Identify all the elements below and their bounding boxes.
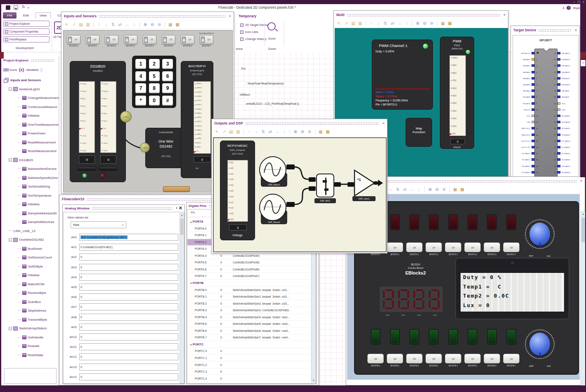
pin-pad[interactable] (532, 83, 534, 86)
tool-icon[interactable]: ▤ (350, 21, 356, 26)
scroll-thumb[interactable] (180, 218, 184, 235)
pin-pad[interactable] (558, 115, 560, 117)
tree-item[interactable]: GetSerialString (1, 182, 59, 191)
pin-pad[interactable] (558, 165, 560, 167)
tree-item[interactable]: Initialise (1, 271, 59, 280)
variables-icon[interactable]: {x} (19, 68, 24, 72)
tree-item[interactable]: GetIDByte (1, 262, 59, 271)
analog-value-field[interactable]: 0 (79, 343, 178, 350)
pin-row[interactable]: PORTC.30 (187, 369, 310, 375)
tree-item[interactable]: ChangeMeasurement (1, 94, 59, 103)
pot-knob[interactable] (525, 219, 555, 249)
tree-item[interactable]: ┄┄LINK_LINE_13 (1, 227, 59, 236)
pin-pad[interactable] (532, 140, 534, 142)
mcp47x6dac-component[interactable]: MCP47x6DAC DAC_Output1 (I2C CH1) 5.04.54… (220, 141, 255, 240)
pin-pad[interactable] (558, 96, 560, 98)
analog-value-field[interactable]: 0 (79, 254, 178, 261)
pin-pad[interactable] (532, 77, 534, 80)
pin-pad[interactable] (532, 127, 534, 129)
tool-icon[interactable]: ⇄ (117, 22, 123, 27)
tool-icon[interactable]: ↓ (103, 22, 109, 27)
tree-item[interactable]: PowerDown (1, 129, 59, 138)
view-mode-dropdown[interactable]: Raw ▼ (71, 221, 126, 228)
keypad-key-#[interactable]: # (162, 96, 173, 106)
tool-icon[interactable]: ▦ (168, 22, 173, 27)
tree-item[interactable]: Inputs and Sensors (1, 76, 59, 85)
tool-icon[interactable]: ⊕ (293, 129, 298, 134)
vertical-scrollbar[interactable]: ▲ (180, 213, 184, 383)
push-button[interactable]: Off (425, 242, 442, 252)
tree-item[interactable]: –DS18B20 (1, 156, 59, 165)
ribbon-button-project-explorer[interactable]: Project Explorer (3, 21, 50, 27)
ribbon-button-find-replace[interactable]: Find/Replace (3, 36, 50, 42)
close-icon[interactable]: × (503, 13, 506, 17)
tool-icon[interactable]: ↑ (369, 21, 374, 26)
tree-item[interactable]: ReadAll (1, 342, 59, 351)
pin-pad[interactable] (532, 64, 534, 67)
tool-icon[interactable]: ↕ (404, 21, 409, 26)
tool-icon[interactable]: ↖ (336, 21, 342, 26)
pin-pad[interactable] (558, 146, 560, 148)
minimize-button[interactable]: – (573, 0, 575, 4)
tool-icon[interactable]: ⇅ (110, 22, 116, 27)
analog-value-field[interactable]: 0 (79, 353, 178, 360)
analog-value-field[interactable]: 0 (79, 284, 178, 291)
tree-item[interactable]: ReadState (1, 351, 59, 360)
style-menu[interactable]: Style (573, 6, 580, 10)
analog-value-field[interactable]: 825 ComboBL0114(LightSensor ADC) (79, 234, 178, 241)
tool-icon[interactable]: ↔ (397, 21, 402, 26)
pin-pad[interactable] (558, 108, 560, 111)
push-button[interactable]: Off (406, 354, 423, 364)
pin-row[interactable]: PORTB.60SwitchArraySliderSpin6, keypad_3… (187, 328, 310, 334)
pin-pad[interactable] (532, 71, 534, 73)
push-button[interactable]: Off (503, 354, 520, 364)
pin-pad[interactable] (532, 158, 534, 161)
sensor-id-button[interactable] (99, 166, 118, 171)
toggle-switch[interactable]: Off (200, 35, 213, 44)
panel-header[interactable]: Analog Window ▾ × (63, 205, 184, 211)
analog-value-field[interactable]: 0 (79, 264, 178, 271)
close-button[interactable]: × (583, 0, 584, 4)
tool-icon[interactable]: ⊗ (429, 21, 435, 26)
temperature-scale-1[interactable]: 125.0105.085.065.045.025.05.0-15.0-35.0-… (79, 81, 95, 153)
expander-icon[interactable]: – (9, 327, 12, 330)
window-title-bar[interactable]: Multi × (334, 11, 508, 19)
tree-item[interactable]: BusReset (1, 244, 59, 254)
close-icon[interactable]: × (179, 204, 182, 212)
pin-pad[interactable] (532, 108, 534, 111)
toggle-switch[interactable]: Off (105, 35, 118, 44)
toggle-switch[interactable]: Off (86, 35, 99, 44)
pin-pad[interactable] (558, 134, 560, 136)
pin-pad[interactable] (558, 152, 560, 155)
onewire-bus-node[interactable]: 1-Wire (140, 143, 150, 153)
pin-pad[interactable] (532, 152, 534, 155)
keypad-key-6[interactable]: 6 (162, 71, 173, 81)
keypad-key-4[interactable]: 4 (135, 71, 146, 81)
tree-item[interactable]: ResetMeasurement (1, 147, 59, 156)
analog-value-field[interactable]: 0 (79, 324, 178, 331)
tool-icon[interactable]: ↓ (253, 129, 259, 134)
quickbar-caret-icon[interactable]: ▾ (28, 6, 29, 9)
push-button[interactable]: Off (503, 242, 520, 252)
pin-row[interactable]: PORTA.60ComboBL0114(PinA6) (187, 266, 310, 273)
keypad-key-8[interactable]: 8 (149, 83, 160, 93)
icons-grid-icon[interactable]: ⊞⊞ (3, 67, 8, 73)
menu-icon[interactable]: ▾ (176, 207, 177, 210)
dsp-wave1-component[interactable] (259, 156, 286, 183)
push-button[interactable]: Off (425, 354, 442, 364)
tool-icon[interactable]: ⊖ (300, 129, 305, 134)
pin-pad[interactable] (532, 102, 534, 105)
pin-row[interactable]: PORTB.20SwitchArraySliderSpin2, keypad_3… (187, 300, 310, 307)
keypad-key-7[interactable]: 7 (135, 83, 146, 93)
toggle-switch[interactable]: Off (181, 35, 194, 44)
tool-icon[interactable]: ▥ (357, 21, 363, 26)
ribbon-button-component-properties[interactable]: Component Properties (3, 28, 50, 35)
toggle-switch[interactable]: Off (67, 35, 80, 44)
close-icon[interactable]: × (575, 28, 577, 32)
pin-pad[interactable] (532, 171, 534, 174)
panel-2d-area[interactable]: MCP47x6DAC DAC_Output1 (I2C CH1) 5.04.54… (213, 137, 387, 252)
tree-item[interactable]: GetDeviceCount (1, 253, 59, 262)
sensor-id-button[interactable] (78, 166, 96, 171)
pin-pad[interactable] (558, 83, 560, 86)
scroll-up-icon[interactable]: ▲ (180, 214, 184, 216)
